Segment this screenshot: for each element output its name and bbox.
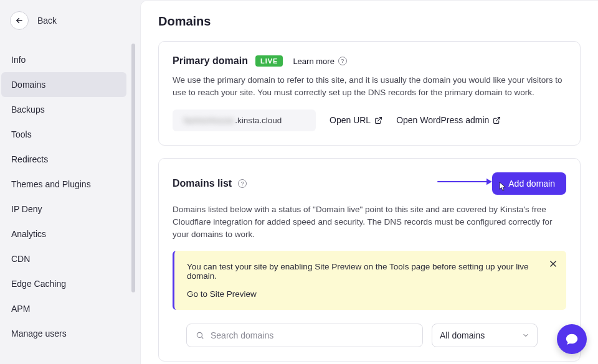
search-icon <box>196 331 204 340</box>
svg-line-0 <box>378 117 382 121</box>
sidebar-item-cdn[interactable]: CDN <box>1 246 126 271</box>
learn-more-label: Learn more <box>293 57 334 66</box>
external-link-icon <box>493 116 501 124</box>
sidebar-item-info[interactable]: Info <box>1 47 126 72</box>
sidebar-item-backups[interactable]: Backups <box>1 97 126 122</box>
open-wp-label: Open WordPress admin <box>396 115 489 125</box>
sidebar-item-domains[interactable]: Domains <box>1 72 126 97</box>
svg-point-6 <box>197 333 202 338</box>
go-to-site-preview-link[interactable]: Go to Site Preview <box>187 289 554 299</box>
close-icon <box>549 259 558 268</box>
back-label: Back <box>37 16 57 26</box>
open-url-label: Open URL <box>330 115 371 125</box>
chat-support-button[interactable] <box>557 324 587 354</box>
svg-line-7 <box>202 337 204 339</box>
external-link-icon <box>374 116 382 124</box>
sidebar-nav: Info Domains Backups Tools Redirects The… <box>0 42 140 351</box>
domain-suffix: .kinsta.cloud <box>235 116 282 125</box>
sidebar-scrollbar[interactable] <box>131 44 135 305</box>
sidebar-item-themes-plugins[interactable]: Themes and Plugins <box>1 172 126 197</box>
primary-domain-description: We use the primary domain to refer to th… <box>173 74 566 100</box>
notice-text: You can test your site by enabling Site … <box>187 262 529 281</box>
site-preview-notice: You can test your site by enabling Site … <box>173 251 566 310</box>
add-domain-label: Add domain <box>508 179 555 189</box>
help-icon[interactable]: ? <box>238 179 247 188</box>
chat-icon <box>565 332 579 346</box>
domain-obscured-part: fashionhouse <box>184 116 234 125</box>
page-title: Domains <box>158 14 581 29</box>
help-icon: ? <box>338 57 347 65</box>
search-placeholder: Search domains <box>211 330 273 340</box>
domain-filter-select[interactable]: All domains <box>432 324 538 347</box>
sidebar-item-tools[interactable]: Tools <box>1 122 126 147</box>
learn-more-link[interactable]: Learn more ? <box>293 57 346 66</box>
sidebar-item-redirects[interactable]: Redirects <box>1 147 126 172</box>
back-button[interactable] <box>10 11 29 30</box>
domain-filter-value: All domains <box>440 330 485 340</box>
primary-domain-card: Primary domain LIVE Learn more ? We use … <box>158 41 581 146</box>
arrow-left-icon <box>15 16 24 25</box>
sidebar-item-manage-users[interactable]: Manage users <box>1 321 126 346</box>
sidebar-item-analytics[interactable]: Analytics <box>1 222 126 246</box>
close-notice-button[interactable] <box>549 259 558 271</box>
search-domains-input[interactable]: Search domains <box>186 324 423 347</box>
svg-marker-3 <box>486 178 492 185</box>
annotation-arrow-icon <box>437 177 493 186</box>
sidebar-item-apm[interactable]: APM <box>1 296 126 321</box>
live-badge: LIVE <box>255 55 283 67</box>
open-url-button[interactable]: Open URL <box>330 115 382 125</box>
add-domain-button[interactable]: Add domain <box>492 172 566 195</box>
sidebar-item-edge-caching[interactable]: Edge Caching <box>1 271 126 296</box>
cursor-icon <box>498 181 507 192</box>
svg-line-1 <box>496 117 500 121</box>
main-content: Domains Primary domain LIVE Learn more ?… <box>140 0 598 364</box>
primary-domain-value: fashionhouse .kinsta.cloud <box>173 110 316 131</box>
domains-list-description: Domains listed below with a status of "D… <box>173 203 566 241</box>
chevron-down-icon <box>522 332 529 339</box>
sidebar: Back Info Domains Backups Tools Redirect… <box>0 0 140 364</box>
sidebar-item-ip-deny[interactable]: IP Deny <box>1 197 126 222</box>
domains-list-heading: Domains list <box>173 178 232 189</box>
open-wordpress-admin-button[interactable]: Open WordPress admin <box>396 115 501 125</box>
primary-domain-heading: Primary domain <box>173 55 248 67</box>
domains-list-card: Domains list ? Add domain Domains listed… <box>158 158 581 362</box>
